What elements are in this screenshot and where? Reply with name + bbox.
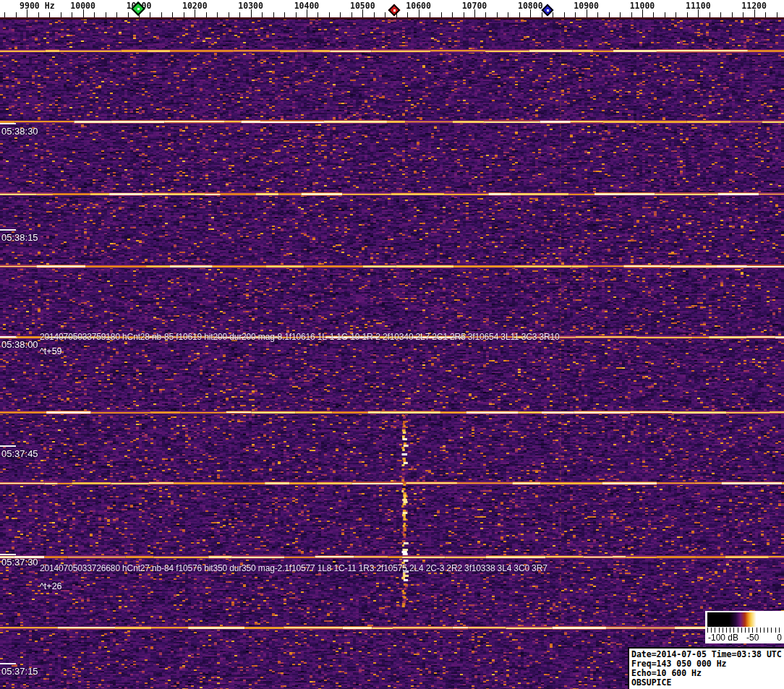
colorbar-max-label: 0 <box>777 633 782 643</box>
freq-tick-label: 11100 <box>686 1 711 11</box>
freq-tick-label: 10200 <box>182 1 208 11</box>
blue-diamond-marker[interactable] <box>543 6 552 14</box>
freq-tick-label: 10600 <box>406 1 431 11</box>
freq-tick-label: 9900 Hz <box>20 1 54 11</box>
marker-center-dot <box>547 9 549 12</box>
freq-tick-label: 11000 <box>630 1 655 11</box>
freq-tick-label: 10300 <box>238 1 263 11</box>
freq-tick-label: 10900 <box>574 1 599 11</box>
freq-tick-label: 10800 <box>518 1 543 11</box>
marker-center-dot <box>137 8 140 10</box>
colorbar-gradient <box>707 612 783 627</box>
green-diamond-marker[interactable] <box>133 4 143 14</box>
marker-center-dot <box>393 9 396 12</box>
red-diamond-marker[interactable] <box>390 6 399 14</box>
freq-tick-label: 10400 <box>294 1 320 11</box>
colorbar-labels: -100 dB -50 0 <box>705 633 784 643</box>
info-box: Date=2014-07-05 Time=03:38 UTC Freq=143 … <box>628 647 784 689</box>
colorbar-legend: -100 dB -50 0 <box>705 611 784 643</box>
freq-tick-label: 10000 <box>70 1 95 11</box>
colorbar-mid-label: -50 <box>746 633 759 643</box>
freq-tick-label: 10500 <box>350 1 375 11</box>
colorbar-ticks <box>707 628 783 633</box>
freq-tick-label: 10700 <box>462 1 487 11</box>
freq-tick-label: 11200 <box>741 1 767 11</box>
spectrogram-app: 9900 Hz100001010010200103001040010500106… <box>0 0 784 689</box>
frequency-axis[interactable]: 9900 Hz100001010010200103001040010500106… <box>0 0 784 19</box>
spectrogram-canvas[interactable] <box>0 19 784 689</box>
colorbar-min-label: -100 dB <box>708 633 738 643</box>
info-station-name: OBSUPICE <box>631 678 784 688</box>
